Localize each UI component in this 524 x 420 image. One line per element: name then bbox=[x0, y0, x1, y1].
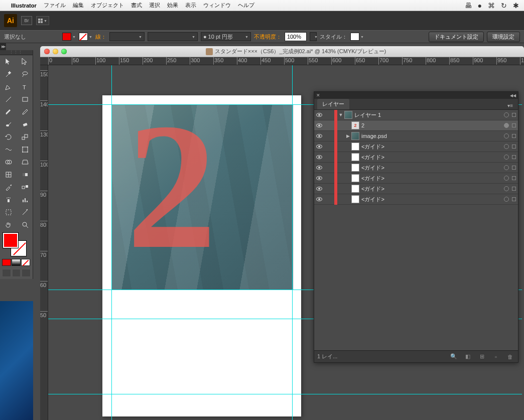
paintbrush-tool[interactable] bbox=[0, 105, 17, 118]
menu-type[interactable]: 書式 bbox=[131, 2, 142, 9]
selection-indicator[interactable] bbox=[512, 123, 516, 127]
vertical-ruler[interactable]: 1501401301009080706050 bbox=[40, 65, 48, 420]
fill-color-box[interactable] bbox=[3, 233, 18, 248]
scale-tool[interactable] bbox=[17, 130, 33, 143]
selection-indicator[interactable] bbox=[512, 134, 516, 138]
window-zoom-button[interactable] bbox=[61, 49, 67, 54]
selection-indicator[interactable] bbox=[512, 197, 516, 201]
layer-name-label[interactable]: <ガイド> bbox=[361, 154, 501, 161]
line-tool[interactable] bbox=[0, 93, 17, 105]
new-sublayer-button[interactable]: ⊞ bbox=[477, 353, 487, 361]
stroke-weight-select[interactable]: ▼ bbox=[109, 32, 145, 41]
selection-indicator[interactable] bbox=[512, 166, 516, 170]
perspective-grid-tool[interactable] bbox=[17, 156, 33, 168]
document-setup-button[interactable]: ドキュメント設定 bbox=[429, 32, 484, 42]
slice-tool[interactable] bbox=[17, 206, 33, 218]
new-layer-button[interactable]: ▫ bbox=[491, 353, 501, 361]
color-mode-none[interactable] bbox=[21, 259, 30, 266]
visibility-toggle[interactable] bbox=[314, 197, 324, 201]
artwork-numeral[interactable]: 2 bbox=[126, 109, 217, 263]
tray-icon-2[interactable]: ● bbox=[478, 2, 482, 10]
layer-name-label[interactable]: <ガイド> bbox=[361, 143, 501, 151]
column-graph-tool[interactable] bbox=[17, 193, 33, 206]
panel-expand-icon[interactable]: ◀◀ bbox=[510, 93, 516, 98]
visibility-toggle[interactable] bbox=[314, 123, 324, 127]
disclosure-triangle[interactable]: ▼ bbox=[337, 112, 344, 117]
layer-row[interactable]: <ガイド> bbox=[314, 194, 518, 205]
layer-name-label[interactable]: <ガイド> bbox=[361, 185, 501, 193]
menu-view[interactable]: 表示 bbox=[185, 2, 196, 9]
type-tool[interactable]: T bbox=[17, 80, 33, 93]
layer-name-label[interactable]: <ガイド> bbox=[361, 164, 501, 172]
lasso-tool[interactable] bbox=[17, 68, 33, 80]
bridge-button[interactable]: Br bbox=[21, 16, 32, 25]
blob-brush-tool[interactable] bbox=[0, 118, 17, 130]
direct-selection-tool[interactable] bbox=[17, 55, 33, 68]
rotate-tool[interactable] bbox=[0, 130, 17, 143]
layers-tab[interactable]: レイヤー bbox=[317, 99, 349, 109]
symbol-sprayer-tool[interactable] bbox=[0, 193, 17, 206]
stroke-swatch[interactable]: ▼ bbox=[79, 33, 92, 41]
locate-object-button[interactable]: 🔍 bbox=[449, 353, 459, 361]
fill-stroke-indicator[interactable] bbox=[0, 231, 33, 258]
layer-row[interactable]: <ガイド> bbox=[314, 152, 518, 163]
ai-logo[interactable]: Ai bbox=[4, 14, 17, 27]
target-icon[interactable] bbox=[504, 144, 509, 149]
selection-indicator[interactable] bbox=[512, 155, 516, 159]
menu-edit[interactable]: 編集 bbox=[73, 2, 84, 9]
horizontal-ruler[interactable]: 0501001502002503003504004505005506006507… bbox=[40, 57, 524, 65]
preferences-button[interactable]: 環境設定 bbox=[487, 32, 520, 42]
eyedropper-tool[interactable] bbox=[0, 181, 17, 193]
target-icon[interactable] bbox=[504, 186, 509, 191]
target-icon[interactable] bbox=[504, 155, 509, 160]
selection-indicator[interactable] bbox=[512, 145, 516, 149]
panel-collapse-strip[interactable]: ▶▶ bbox=[0, 43, 6, 50]
visibility-toggle[interactable] bbox=[314, 113, 324, 117]
panel-menu-icon[interactable]: ▾≡ bbox=[505, 102, 515, 109]
fill-swatch[interactable]: ▼ bbox=[62, 33, 76, 41]
menu-file[interactable]: ファイル bbox=[44, 2, 66, 9]
width-tool[interactable] bbox=[0, 143, 17, 156]
layer-name-label[interactable]: レイヤー 1 bbox=[354, 111, 501, 119]
make-clipping-mask-button[interactable]: ◧ bbox=[463, 353, 473, 361]
target-icon[interactable] bbox=[504, 176, 509, 181]
window-close-button[interactable] bbox=[44, 49, 50, 54]
shape-builder-tool[interactable] bbox=[0, 156, 17, 168]
tray-cc-icon[interactable]: ⌘ bbox=[488, 2, 495, 10]
color-mode-solid[interactable] bbox=[2, 259, 11, 266]
selection-indicator[interactable] bbox=[512, 176, 516, 180]
draw-normal[interactable] bbox=[2, 269, 11, 277]
layer-name-label[interactable]: <ガイド> bbox=[361, 196, 501, 203]
opacity-dropdown[interactable]: ▼ bbox=[310, 32, 317, 41]
visibility-toggle[interactable] bbox=[314, 145, 324, 149]
tray-bluetooth-icon[interactable]: ✱ bbox=[513, 2, 519, 10]
layer-row[interactable]: 22 bbox=[314, 120, 518, 131]
pencil-tool[interactable] bbox=[17, 105, 33, 118]
magic-wand-tool[interactable] bbox=[0, 68, 17, 80]
guide-horizontal[interactable] bbox=[48, 394, 522, 394]
document-titlebar[interactable]: スタンダード×××（CS6）_完成例02.ai* @ 143% (CMYK/プレ… bbox=[40, 46, 524, 57]
tray-icon-1[interactable]: 🖶 bbox=[465, 2, 472, 10]
tray-timemachine-icon[interactable]: ↻ bbox=[501, 2, 507, 10]
app-name[interactable]: Illustrator bbox=[11, 3, 37, 9]
target-icon[interactable] bbox=[504, 112, 509, 117]
brush-select[interactable]: ● 10 pt 円形▼ bbox=[201, 32, 251, 41]
blend-tool[interactable] bbox=[17, 181, 33, 193]
visibility-toggle[interactable] bbox=[314, 176, 324, 180]
visibility-toggle[interactable] bbox=[314, 134, 324, 138]
color-mode-gradient[interactable] bbox=[12, 259, 21, 266]
delete-layer-button[interactable]: 🗑 bbox=[505, 353, 515, 361]
guide-vertical[interactable] bbox=[292, 65, 293, 420]
visibility-toggle[interactable] bbox=[314, 166, 324, 170]
zoom-tool[interactable] bbox=[17, 218, 33, 231]
gradient-tool[interactable] bbox=[17, 168, 33, 181]
layer-row[interactable]: ▼レイヤー 1 bbox=[314, 110, 518, 120]
selection-tool[interactable] bbox=[0, 55, 17, 68]
layer-row[interactable]: ▶image.psd bbox=[314, 131, 518, 142]
menu-help[interactable]: ヘルプ bbox=[238, 2, 254, 9]
visibility-toggle[interactable] bbox=[314, 155, 324, 159]
pen-tool[interactable] bbox=[0, 80, 17, 93]
artboard-tool[interactable] bbox=[0, 206, 17, 218]
draw-inside[interactable] bbox=[22, 269, 31, 277]
rectangle-tool[interactable] bbox=[17, 93, 33, 105]
